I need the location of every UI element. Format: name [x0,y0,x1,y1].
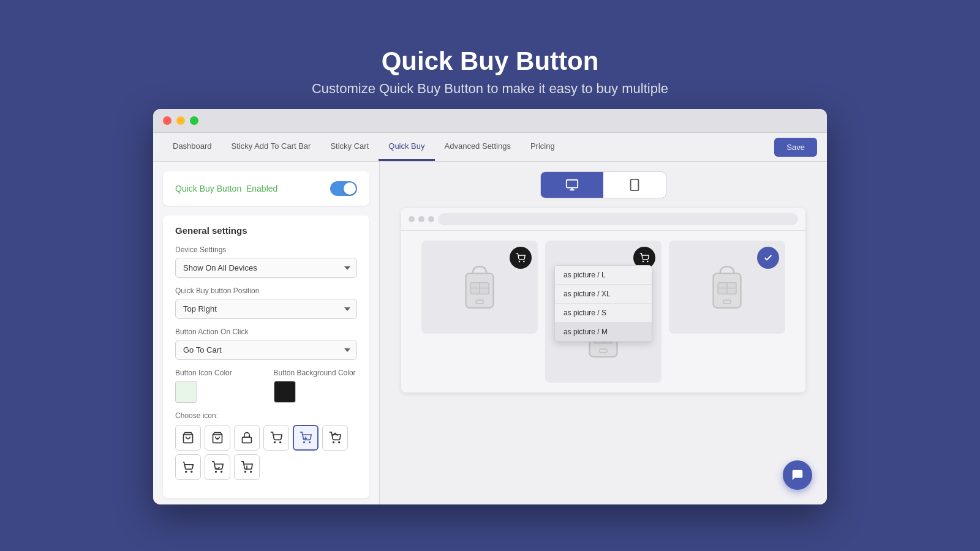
svg-point-15 [221,471,222,473]
products-preview: as picture / L as picture / XL as pictur… [401,231,805,392]
app-window: Dashboard Sticky Add To Cart Bar Sticky … [153,109,827,504]
svg-point-10 [333,442,334,443]
browser-dot-1 [409,216,415,222]
product-card-1 [421,241,538,334]
bg-color-field: Button Background Color [274,369,358,403]
choose-icon-label: Choose icon: [175,411,357,420]
svg-point-7 [309,442,311,443]
svg-point-13 [191,471,192,473]
icon-color-swatch-wrapper [175,381,259,403]
quick-buy-toggle[interactable] [330,181,357,196]
icon-color-swatch[interactable] [175,381,197,403]
nav-item-quick-buy[interactable]: Quick Buy [379,133,434,161]
svg-point-4 [274,442,276,443]
icon-btn-cart2[interactable] [293,425,318,451]
page-title: Quick Buy Button [312,47,668,76]
nav-item-advanced-settings[interactable]: Advanced Settings [435,133,521,161]
svg-point-12 [186,471,187,473]
right-panel: as picture / L as picture / XL as pictur… [380,162,827,504]
product-image-3 [690,250,764,324]
icon-btn-bag1[interactable] [175,425,201,451]
bg-color-swatch[interactable] [274,381,296,403]
bg-color-swatch-wrapper [274,381,358,403]
cart-float-btn-1[interactable] [510,247,532,269]
nav-item-sticky-add-to-cart[interactable]: Sticky Add To Cart Bar [222,133,321,161]
product-card-2: as picture / L as picture / XL as pictur… [545,241,662,383]
browser-preview: as picture / L as picture / XL as pictur… [401,208,805,392]
icon-btn-cart6[interactable] [234,454,260,480]
button-action-label: Button Action On Click [175,328,357,336]
button-position-select[interactable]: Top Right Top Left Bottom Right Bottom L… [175,299,357,319]
quick-buy-toggle-card: Quick Buy Button Enabled [163,171,369,206]
browser-dot-3 [428,216,434,222]
maximize-button[interactable] [190,116,198,125]
svg-point-24 [519,261,519,261]
close-button[interactable] [163,116,172,125]
nav-bar: Dashboard Sticky Add To Cart Bar Sticky … [153,133,827,162]
icon-grid [175,425,357,480]
icon-color-field: Button Icon Color [175,369,259,403]
button-action-field: Button Action On Click Go To Cart Open C… [175,328,357,360]
product-card-3 [669,241,785,334]
icon-btn-cart5[interactable] [205,454,230,480]
browser-url-bar [438,213,798,225]
minimize-button[interactable] [176,116,185,125]
svg-point-25 [524,261,524,261]
product-image-1 [443,250,516,324]
section-title: General settings [175,225,357,236]
toggle-label: Quick Buy Button Enabled [175,184,277,193]
button-position-label: Quick Buy button Position [175,287,357,295]
variant-option-l[interactable]: as picture / L [555,266,652,285]
svg-point-14 [216,471,217,473]
svg-point-32 [647,261,648,261]
svg-point-5 [280,442,281,443]
page-header: Quick Buy Button Customize Quick Buy But… [312,47,668,97]
svg-rect-3 [243,437,252,443]
variant-dropdown: as picture / L as picture / XL as pictur… [554,265,652,342]
browser-dot-2 [418,216,424,222]
icon-btn-cart1[interactable] [263,425,289,451]
variant-option-m[interactable]: as picture / M [555,323,652,341]
variant-option-s[interactable]: as picture / S [555,304,652,323]
device-settings-field: Device Settings Show On All Devices Desk… [175,246,357,278]
page-subtitle: Customize Quick Buy Button to make it ea… [312,81,668,97]
choose-icon-field: Choose icon: [175,411,357,480]
variant-option-xl[interactable]: as picture / XL [555,285,652,304]
mobile-tab[interactable] [603,172,666,198]
nav-item-sticky-cart[interactable]: Sticky Cart [320,133,379,161]
color-row: Button Icon Color Button Background Colo… [175,369,357,403]
svg-point-17 [251,471,252,473]
device-tabs [540,171,666,198]
svg-rect-19 [567,180,578,188]
icon-btn-lock-bag[interactable] [234,425,260,451]
browser-bar [401,208,805,231]
svg-point-11 [339,442,340,443]
bg-color-label: Button Background Color [274,369,358,377]
icon-btn-cart3[interactable] [322,425,348,451]
left-panel: Quick Buy Button Enabled General setting… [153,162,380,504]
device-settings-label: Device Settings [175,246,357,254]
icon-btn-bag2[interactable] [205,425,230,451]
svg-point-31 [643,261,643,261]
nav-item-pricing[interactable]: Pricing [521,133,565,161]
save-button[interactable]: Save [774,138,817,157]
button-position-field: Quick Buy button Position Top Right Top … [175,287,357,319]
icon-color-label: Button Icon Color [175,369,259,377]
svg-point-6 [304,442,305,443]
svg-point-16 [245,471,246,473]
nav-item-dashboard[interactable]: Dashboard [163,133,222,161]
general-settings-section: General settings Device Settings Show On… [163,216,369,498]
desktop-tab[interactable] [541,172,603,198]
svg-point-2 [217,438,218,440]
main-content: Quick Buy Button Enabled General setting… [153,162,827,504]
button-action-select[interactable]: Go To Cart Open Cart Drawer Open Mini Ca… [175,340,357,360]
window-titlebar [153,109,827,133]
icon-btn-cart4[interactable] [175,454,201,480]
chat-widget[interactable] [783,460,812,490]
check-float-btn-3[interactable] [757,247,779,269]
device-settings-select[interactable]: Show On All Devices Desktop Only Mobile … [175,258,357,278]
